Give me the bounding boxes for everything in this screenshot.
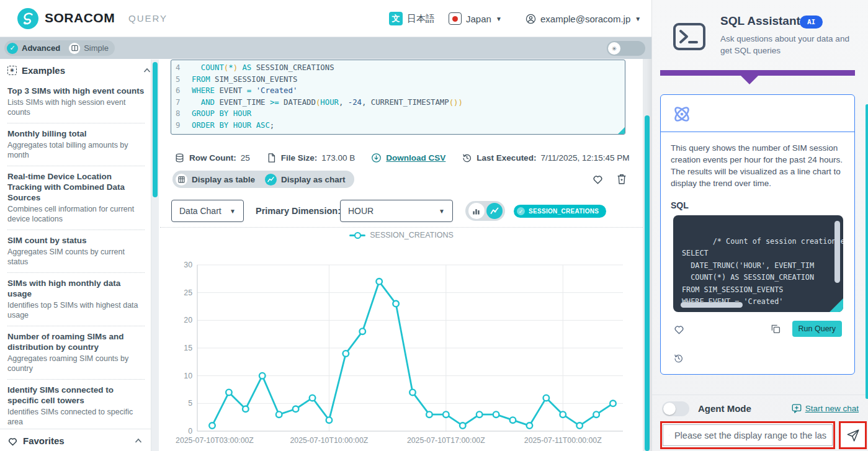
favorites-section-header[interactable]: Favorites (0, 429, 151, 451)
chevron-down-icon: ▼ (439, 208, 445, 215)
svg-text:2025-07-10T03:00:00Z: 2025-07-10T03:00:00Z (176, 436, 254, 445)
language-switcher[interactable]: 文 日本語 (389, 0, 435, 37)
examples-section-header[interactable]: ✳ Examples (0, 59, 159, 81)
advanced-mode-option[interactable]: ✓ Advanced (7, 43, 60, 54)
sql-assistant-panel: SQL Assistant AI Ask questions about you… (651, 0, 868, 451)
examples-title: Examples (22, 65, 65, 76)
primary-dimension-label: Primary Dimension: (256, 206, 341, 216)
svg-text:25: 25 (184, 288, 192, 297)
history-icon[interactable] (673, 353, 684, 364)
sidebar-scrollbar-thumb[interactable] (153, 62, 158, 197)
assistant-sql-text: /* Count of session creation e SELECT DA… (682, 237, 843, 306)
example-item[interactable]: Top 3 SIMs with high event countsLists S… (7, 81, 145, 123)
simple-label: Simple (84, 43, 109, 53)
assistant-subtitle: Ask questions about your data and get SQ… (720, 33, 853, 56)
account-menu[interactable]: example@soracom.jp ▼ (526, 0, 641, 37)
row-count: Row Count: 25 (174, 153, 250, 163)
chevron-down-icon: ▼ (230, 208, 236, 215)
example-item[interactable]: Real-time Device Location Tracking with … (7, 166, 145, 230)
theme-toggle[interactable]: ✳ (607, 41, 645, 56)
delete-result-button[interactable] (616, 173, 627, 185)
svg-text:0: 0 (188, 427, 192, 435)
primary-dimension-dropdown[interactable]: HOUR ▼ (340, 200, 453, 222)
assistant-divider-bar (660, 70, 855, 76)
atom-icon (671, 103, 693, 125)
coverage-selector[interactable]: Japan ▼ (449, 0, 502, 37)
divider (160, 227, 643, 228)
main-scrollbar-thumb[interactable] (645, 115, 650, 451)
favorites-title: Favorites (23, 435, 65, 446)
start-new-chat-label: Start new chat (805, 404, 859, 413)
bar-chart-button[interactable] (468, 203, 485, 219)
download-csv-link[interactable]: Download CSV (386, 153, 445, 163)
run-query-button[interactable]: Run Query (792, 321, 842, 337)
editor-mode-switcher: ✓ Advanced Simple (4, 40, 115, 56)
primary-dimension-value: HOUR (348, 206, 374, 216)
assistant-response-card: This query shows the number of SIM sessi… (660, 94, 855, 375)
chart-type-value: Data Chart (179, 206, 221, 216)
svg-text:2025-07-10T17:00:00Z: 2025-07-10T17:00:00Z (407, 436, 485, 445)
user-icon (526, 14, 536, 24)
assistant-question-input[interactable]: Please set the display range to the las (663, 424, 833, 446)
sql-editor[interactable]: 4 COUNT(*) AS SESSION_CREATIONS5FROM SIM… (171, 60, 625, 135)
send-button[interactable] (839, 421, 867, 449)
example-item[interactable]: SIMs with high monthly data usageIdentif… (7, 273, 145, 326)
example-item-title: Identify SIMs connected to specific cell… (7, 385, 145, 406)
heart-icon (7, 436, 18, 446)
app-header: SORACOM QUERY 文 日本語 Japan ▼ example@sora… (0, 0, 651, 37)
example-item[interactable]: Identify SIMs connected to specific cell… (7, 380, 145, 429)
panel-scrollbar-thumb[interactable] (866, 104, 868, 399)
agent-mode-row: Agent Mode Start new chat (652, 395, 868, 422)
example-item[interactable]: SIM count by statusAggregates SIM counts… (7, 230, 145, 273)
download-icon (371, 153, 382, 163)
simple-mode-option[interactable]: Simple (69, 43, 109, 54)
svg-text:15: 15 (184, 344, 192, 352)
soracom-logo-icon (17, 8, 38, 29)
example-item[interactable]: Monthly billing totalAggregates total bi… (7, 123, 145, 166)
assistant-input-highlight: Please set the display range to the las (660, 421, 835, 449)
mode-toolbar: ✓ Advanced Simple ✳ (0, 37, 651, 59)
example-item-desc: Combines cell information for current de… (7, 204, 145, 224)
display-as-chart-button[interactable]: Display as chart (265, 174, 346, 185)
code-horizontal-scrollbar[interactable] (681, 302, 743, 308)
svg-text:2025-07-10T10:00:00Z: 2025-07-10T10:00:00Z (290, 436, 369, 445)
favorite-result-button[interactable] (592, 174, 604, 184)
display-as-table-label: Display as table (192, 175, 255, 184)
translate-icon: 文 (389, 12, 403, 25)
coverage-label: Japan (466, 14, 491, 24)
example-item[interactable]: Number of roaming SIMs and distribution … (7, 326, 145, 380)
example-item-title: Real-time Device Location Tracking with … (7, 171, 145, 203)
check-icon: ✓ (517, 207, 525, 215)
chevron-up-icon (135, 438, 142, 444)
bar-line-toggle (465, 201, 505, 221)
assistant-sql-code[interactable]: /* Count of session creation e SELECT DA… (673, 215, 843, 312)
results-info-row: Row Count: 25 File Size: 173.00 B Downlo… (174, 153, 629, 163)
assistant-card-actions: Run Query (661, 312, 854, 337)
sun-icon: ✳ (608, 42, 620, 55)
example-item-title: SIMs with high monthly data usage (7, 278, 145, 299)
chart-icon (265, 174, 277, 185)
columns-icon (69, 43, 80, 54)
display-as-table-button[interactable]: Display as table (176, 174, 255, 185)
favorite-query-button[interactable] (673, 324, 685, 334)
legend-marker-icon (349, 234, 365, 236)
start-new-chat-link[interactable]: Start new chat (792, 404, 859, 413)
assistant-title: SQL Assistant (720, 14, 800, 28)
copy-icon[interactable] (770, 323, 781, 334)
examples-list: Top 3 SIMs with high event countsLists S… (0, 81, 151, 429)
brand-wordmark: SORACOM (45, 11, 115, 25)
chart-legend[interactable]: SESSION_CREATIONS (160, 231, 643, 239)
example-item-desc: Identifies top 5 SIMs with highest data … (7, 300, 145, 320)
example-item-desc: Aggregates roaming SIM counts by country (7, 354, 145, 373)
line-chart-button[interactable] (486, 203, 503, 219)
code-vertical-scrollbar[interactable] (834, 221, 840, 283)
agent-mode-toggle[interactable] (662, 401, 689, 416)
database-icon (174, 153, 185, 163)
sql-section-label: SQL (661, 189, 854, 215)
chevron-down-icon: ▼ (496, 16, 502, 22)
display-as-chart-label: Display as chart (281, 175, 346, 184)
chart-type-dropdown[interactable]: Data Chart ▼ (171, 200, 244, 222)
advanced-label: Advanced (22, 43, 60, 53)
series-toggle-badge[interactable]: ✓ SESSION_CREATIONS (514, 205, 606, 218)
download-csv[interactable]: Download CSV (371, 153, 445, 163)
